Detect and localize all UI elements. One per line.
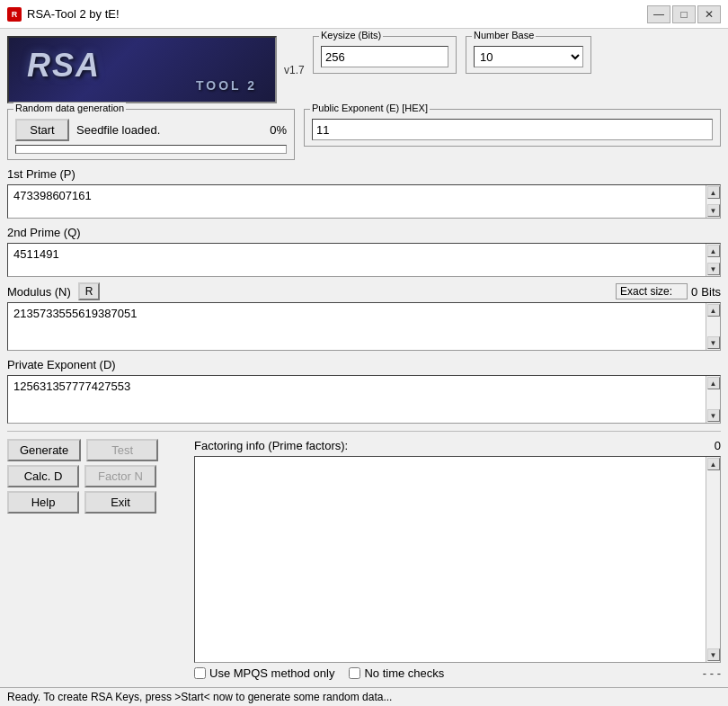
version-text: v1.7 bbox=[284, 64, 305, 76]
public-exponent-label: Public Exponent (E) [HEX] bbox=[310, 103, 430, 113]
top-row: RSA TOOL 2 v1.7 Keysize (Bits) Number Ba… bbox=[7, 36, 721, 103]
status-bar: Ready. To create RSA Keys, press >Start<… bbox=[0, 687, 728, 706]
prime1-input[interactable]: 473398607161 bbox=[8, 185, 706, 218]
factoring-info-label: Factoring info (Prime factors): bbox=[194, 439, 348, 452]
prime1-area: 1st Prime (P) 473398607161 ▲ ▼ bbox=[7, 165, 721, 219]
generate-button[interactable]: Generate bbox=[7, 439, 81, 461]
checkboxes-row: Use MPQS method only No time checks - - … bbox=[194, 666, 721, 680]
prime2-wrapper: 4511491 ▲ ▼ bbox=[7, 243, 721, 277]
modulus-header: Modulus (N) R Exact size: 0 Bits bbox=[7, 282, 721, 300]
prime1-scroll-up[interactable]: ▲ bbox=[707, 186, 720, 199]
main-content: RSA TOOL 2 v1.7 Keysize (Bits) Number Ba… bbox=[0, 29, 728, 687]
test-button[interactable]: Test bbox=[86, 439, 158, 461]
factor-n-button[interactable]: Factor N bbox=[84, 465, 156, 487]
window-title: RSA-Tool 2 by tE! bbox=[27, 7, 120, 21]
numberbase-label: Number Base bbox=[472, 30, 536, 40]
random-data-group: Random data generation Start Seedfile lo… bbox=[7, 109, 295, 160]
factoring-header: Factoring info (Prime factors): 0 bbox=[194, 439, 721, 452]
factoring-wrapper: ▲ ▼ bbox=[194, 456, 721, 663]
keysize-group: Keysize (Bits) bbox=[313, 36, 457, 74]
modulus-scroll-up[interactable]: ▲ bbox=[707, 304, 720, 317]
logo-box: RSA TOOL 2 bbox=[7, 36, 277, 103]
exact-size-value: 0 bbox=[691, 285, 697, 299]
no-time-checkbox[interactable] bbox=[349, 667, 360, 679]
modulus-scrollbar: ▲ ▼ bbox=[706, 303, 720, 350]
exact-size-box: Exact size: bbox=[616, 283, 688, 299]
private-exponent-scroll-down[interactable]: ▼ bbox=[707, 409, 720, 422]
modulus-wrapper: 2135733555619387051 ▲ ▼ bbox=[7, 302, 721, 351]
private-exponent-scroll-up[interactable]: ▲ bbox=[707, 377, 720, 389]
prime2-label: 2nd Prime (Q) bbox=[7, 224, 81, 241]
r-button[interactable]: R bbox=[78, 282, 101, 300]
private-exponent-area: Private Exponent (D) 125631357777427553 … bbox=[7, 356, 721, 424]
help-button[interactable]: Help bbox=[7, 491, 79, 514]
bottom-left: Generate Test Calc. D Factor N Help Exit bbox=[7, 439, 187, 680]
public-exponent-group: Public Exponent (E) [HEX] bbox=[304, 109, 721, 147]
dashes: - - - bbox=[703, 666, 721, 680]
factoring-textarea[interactable] bbox=[195, 457, 706, 662]
progress-bar-container bbox=[15, 145, 287, 154]
private-exponent-input[interactable]: 125631357777427553 bbox=[8, 376, 706, 423]
start-button[interactable]: Start bbox=[15, 119, 69, 141]
random-percent: 0% bbox=[270, 123, 287, 137]
no-time-checkbox-item: No time checks bbox=[349, 666, 444, 680]
logo-rsa-text: RSA bbox=[27, 47, 101, 85]
bottom-section: Generate Test Calc. D Factor N Help Exit… bbox=[7, 439, 721, 680]
calc-d-button[interactable]: Calc. D bbox=[7, 465, 79, 487]
exact-size-text: Exact size: bbox=[620, 285, 672, 298]
keysize-label: Keysize (Bits) bbox=[319, 30, 383, 40]
factoring-scroll-down[interactable]: ▼ bbox=[707, 648, 720, 661]
mpqs-checkbox-item: Use MPQS method only bbox=[194, 666, 334, 680]
mpqs-label: Use MPQS method only bbox=[209, 666, 334, 680]
divider bbox=[7, 431, 721, 432]
factoring-count: 0 bbox=[715, 439, 721, 452]
title-controls: — □ ✕ bbox=[647, 5, 721, 23]
public-exponent-input[interactable] bbox=[312, 119, 713, 140]
bottom-right: Factoring info (Prime factors): 0 ▲ ▼ Us… bbox=[194, 439, 721, 680]
prime2-scrollbar: ▲ ▼ bbox=[706, 244, 720, 276]
random-pubexp-row: Random data generation Start Seedfile lo… bbox=[7, 109, 721, 160]
private-exponent-label: Private Exponent (D) bbox=[7, 356, 116, 373]
bits-label: Bits bbox=[701, 285, 721, 299]
btn-row-3: Help Exit bbox=[7, 491, 187, 514]
prime2-area: 2nd Prime (Q) 4511491 ▲ ▼ bbox=[7, 224, 721, 277]
random-data-label: Random data generation bbox=[13, 103, 126, 113]
numberbase-group: Number Base 10 2 8 16 bbox=[466, 36, 591, 74]
exit-button[interactable]: Exit bbox=[84, 491, 156, 514]
keysize-input[interactable] bbox=[321, 46, 448, 67]
seedfile-status: Seedfile loaded. bbox=[76, 123, 160, 137]
title-bar-left: R RSA-Tool 2 by tE! bbox=[7, 7, 120, 22]
numberbase-select[interactable]: 10 2 8 16 bbox=[474, 46, 583, 67]
status-text: Ready. To create RSA Keys, press >Start<… bbox=[7, 691, 392, 703]
config-row: Keysize (Bits) Number Base 10 2 8 16 bbox=[313, 36, 721, 74]
modulus-label: Modulus (N) bbox=[7, 283, 71, 300]
logo-area: RSA TOOL 2 v1.7 bbox=[7, 36, 304, 103]
close-button[interactable]: ✕ bbox=[697, 5, 721, 23]
restore-button[interactable]: □ bbox=[672, 5, 696, 23]
app-icon: R bbox=[7, 7, 22, 22]
private-exponent-wrapper: 125631357777427553 ▲ ▼ bbox=[7, 375, 721, 424]
modulus-input[interactable]: 2135733555619387051 bbox=[8, 303, 706, 350]
prime1-label: 1st Prime (P) bbox=[7, 165, 75, 183]
btn-row-2: Calc. D Factor N bbox=[7, 465, 187, 487]
prime1-scrollbar: ▲ ▼ bbox=[706, 185, 720, 218]
exact-size-label: Exact size: 0 Bits bbox=[616, 283, 721, 299]
prime1-scroll-down[interactable]: ▼ bbox=[707, 204, 720, 217]
prime2-input[interactable]: 4511491 bbox=[8, 244, 706, 276]
prime1-wrapper: 473398607161 ▲ ▼ bbox=[7, 184, 721, 219]
btn-row-1: Generate Test bbox=[7, 439, 187, 461]
title-bar: R RSA-Tool 2 by tE! — □ ✕ bbox=[0, 0, 728, 29]
prime2-scroll-down[interactable]: ▼ bbox=[707, 263, 720, 275]
minimize-button[interactable]: — bbox=[647, 5, 670, 23]
mpqs-checkbox[interactable] bbox=[194, 667, 206, 679]
modulus-area: Modulus (N) R Exact size: 0 Bits 2135733… bbox=[7, 282, 721, 351]
private-exponent-scrollbar: ▲ ▼ bbox=[706, 376, 720, 423]
modulus-scroll-down[interactable]: ▼ bbox=[707, 336, 720, 349]
factoring-scrollbar: ▲ ▼ bbox=[706, 457, 720, 662]
logo-tool2-text: TOOL 2 bbox=[196, 78, 257, 93]
prime2-scroll-up[interactable]: ▲ bbox=[707, 245, 720, 257]
no-time-label: No time checks bbox=[364, 666, 444, 680]
config-area: Keysize (Bits) Number Base 10 2 8 16 bbox=[313, 36, 721, 74]
factoring-scroll-up[interactable]: ▲ bbox=[707, 458, 720, 470]
